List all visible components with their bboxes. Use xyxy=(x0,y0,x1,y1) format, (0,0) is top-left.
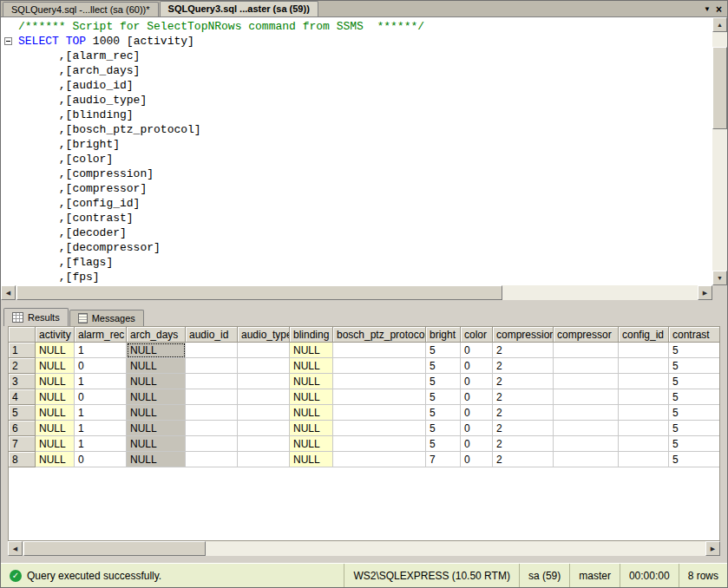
grid-cell[interactable]: 2 xyxy=(493,358,554,374)
grid-cell[interactable] xyxy=(186,374,238,389)
grid-cell[interactable]: 5 xyxy=(426,343,461,358)
grid-cell[interactable]: 1 xyxy=(75,405,127,421)
tab-messages[interactable]: Messages xyxy=(69,310,144,326)
column-header-compression[interactable]: compression xyxy=(493,327,554,343)
column-header-arch_days[interactable]: arch_days xyxy=(127,327,186,343)
row-header[interactable]: 1 xyxy=(9,343,36,358)
grid-cell[interactable]: 2 xyxy=(493,389,554,405)
column-header-audio_id[interactable]: audio_id xyxy=(186,327,238,343)
grid-cell[interactable]: 5 xyxy=(669,452,720,467)
grid-cell[interactable]: 0 xyxy=(75,452,127,467)
pane-splitter[interactable] xyxy=(1,300,727,307)
editor-code[interactable]: /****** Script for SelectTopNRows comman… xyxy=(1,17,712,285)
grid-cell[interactable] xyxy=(186,452,238,467)
grid-cell[interactable]: 0 xyxy=(75,389,127,405)
grid-cell[interactable]: NULL xyxy=(36,436,75,452)
document-tab-sqlquery3[interactable]: SQLQuery3.sql ...aster (sa (59)) xyxy=(160,1,318,16)
grid-cell[interactable] xyxy=(186,436,238,452)
scroll-right-icon[interactable]: ▶ xyxy=(705,541,720,556)
grid-cell[interactable] xyxy=(333,374,426,389)
grid-cell[interactable] xyxy=(619,421,669,436)
grid-cell[interactable]: 5 xyxy=(669,374,720,389)
grid-cell[interactable] xyxy=(554,436,619,452)
grid-cell[interactable]: 1 xyxy=(75,421,127,436)
grid-cell[interactable]: 0 xyxy=(461,405,493,421)
grid-cell[interactable]: 0 xyxy=(461,421,493,436)
column-header-activity[interactable]: activity xyxy=(36,327,75,343)
grid-cell[interactable]: 0 xyxy=(75,358,127,374)
grid-cell[interactable]: 5 xyxy=(669,405,720,421)
grid-corner[interactable] xyxy=(9,327,36,343)
grid-cell[interactable]: NULL xyxy=(36,358,75,374)
grid-cell[interactable]: NULL xyxy=(127,389,186,405)
grid-cell[interactable]: 5 xyxy=(426,389,461,405)
column-header-bosch_ptz_protocol[interactable]: bosch_ptz_protocol xyxy=(333,327,426,343)
column-header-color[interactable]: color xyxy=(461,327,493,343)
grid-cell[interactable]: 2 xyxy=(493,343,554,358)
grid-cell[interactable]: 2 xyxy=(493,421,554,436)
grid-cell[interactable]: NULL xyxy=(290,343,333,358)
grid-cell[interactable] xyxy=(554,358,619,374)
grid-cell[interactable] xyxy=(619,343,669,358)
grid-cell[interactable]: 5 xyxy=(669,343,720,358)
column-header-compressor[interactable]: compressor xyxy=(554,327,619,343)
column-header-audio_type[interactable]: audio_type xyxy=(238,327,290,343)
grid-cell[interactable] xyxy=(333,358,426,374)
scroll-left-icon[interactable]: ◀ xyxy=(1,285,16,300)
document-tab-sqlquery4[interactable]: SQLQuery4.sql -...llect (sa (60))* xyxy=(3,2,159,16)
scroll-down-icon[interactable]: ▼ xyxy=(712,271,727,285)
column-header-blinding[interactable]: blinding xyxy=(290,327,333,343)
grid-cell[interactable]: NULL xyxy=(36,421,75,436)
grid-cell[interactable]: NULL xyxy=(127,358,186,374)
row-header[interactable]: 2 xyxy=(9,358,36,374)
grid-cell[interactable] xyxy=(186,343,238,358)
scroll-up-icon[interactable]: ▲ xyxy=(712,17,727,32)
grid-cell[interactable] xyxy=(333,421,426,436)
grid-cell[interactable] xyxy=(238,358,290,374)
scroll-right-icon[interactable]: ▶ xyxy=(698,285,712,300)
grid-cell[interactable] xyxy=(238,421,290,436)
column-header-bright[interactable]: bright xyxy=(426,327,461,343)
column-header-alarm_rec[interactable]: alarm_rec xyxy=(75,327,127,343)
grid-cell[interactable]: NULL xyxy=(127,343,186,358)
row-header[interactable]: 8 xyxy=(9,452,36,467)
grid-cell[interactable]: NULL xyxy=(36,405,75,421)
grid-cell[interactable]: 0 xyxy=(461,436,493,452)
grid-cell[interactable] xyxy=(238,374,290,389)
grid-cell[interactable]: 5 xyxy=(426,436,461,452)
grid-cell[interactable] xyxy=(186,421,238,436)
grid-cell[interactable] xyxy=(554,343,619,358)
row-header[interactable]: 4 xyxy=(9,389,36,405)
grid-cell[interactable] xyxy=(554,421,619,436)
grid-cell[interactable]: 1 xyxy=(75,343,127,358)
grid-cell[interactable]: NULL xyxy=(36,374,75,389)
grid-cell[interactable]: 5 xyxy=(426,405,461,421)
grid-cell[interactable]: 2 xyxy=(493,374,554,389)
tab-scroll-down-icon[interactable]: ▼ xyxy=(704,5,711,14)
grid-cell[interactable]: NULL xyxy=(290,374,333,389)
grid-cell[interactable]: 5 xyxy=(669,421,720,436)
grid-cell[interactable]: 7 xyxy=(426,452,461,467)
tab-results[interactable]: Results xyxy=(3,308,69,326)
grid-cell[interactable]: 5 xyxy=(426,374,461,389)
grid-cell[interactable] xyxy=(554,405,619,421)
row-header[interactable]: 6 xyxy=(9,421,36,436)
column-header-contrast[interactable]: contrast xyxy=(669,327,720,343)
grid-cell[interactable] xyxy=(554,389,619,405)
column-header-config_id[interactable]: config_id xyxy=(619,327,669,343)
grid-cell[interactable] xyxy=(333,436,426,452)
grid-cell[interactable] xyxy=(554,374,619,389)
grid-cell[interactable]: 5 xyxy=(669,389,720,405)
grid-cell[interactable]: 0 xyxy=(461,389,493,405)
grid-cell[interactable] xyxy=(238,389,290,405)
grid-cell[interactable]: 0 xyxy=(461,452,493,467)
grid-cell[interactable]: NULL xyxy=(290,389,333,405)
grid-cell[interactable] xyxy=(238,405,290,421)
editor-hscroll-thumb[interactable] xyxy=(16,285,502,300)
grid-cell[interactable] xyxy=(186,389,238,405)
grid-cell[interactable]: NULL xyxy=(127,436,186,452)
grid-cell[interactable]: 1 xyxy=(75,436,127,452)
grid-cell[interactable] xyxy=(333,389,426,405)
grid-cell[interactable]: 0 xyxy=(461,343,493,358)
grid-cell[interactable]: NULL xyxy=(290,358,333,374)
